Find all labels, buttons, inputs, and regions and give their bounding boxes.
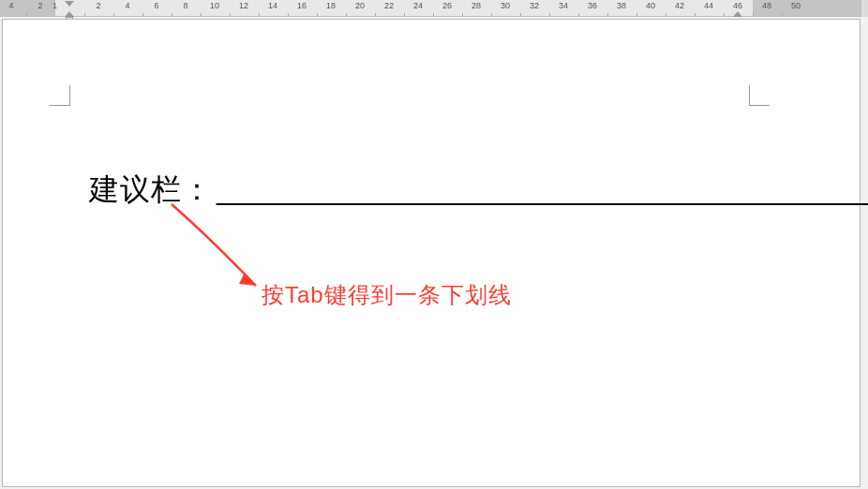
ruler-tick: 2 bbox=[96, 2, 100, 10]
ruler-tick: 30 bbox=[501, 2, 510, 10]
ruler-tick: 4 bbox=[125, 2, 129, 10]
right-indent-marker[interactable] bbox=[733, 11, 742, 17]
scroll-corner bbox=[861, 0, 868, 17]
ruler-tick: 48 bbox=[762, 2, 771, 10]
ruler-tick: 32 bbox=[530, 2, 539, 10]
ruler-tick: 4 bbox=[8, 2, 13, 10]
ruler-tick: 28 bbox=[471, 2, 481, 10]
ruler-tick: 44 bbox=[704, 2, 713, 10]
annotation-text: 按Tab键得到一条下划线 bbox=[262, 280, 512, 310]
document-page[interactable]: 建议栏： ___________________________________… bbox=[2, 19, 861, 487]
svg-marker-0 bbox=[239, 273, 256, 286]
ruler-tick: 16 bbox=[297, 2, 307, 10]
ruler-tick: 24 bbox=[413, 2, 423, 10]
ruler-tick: 46 bbox=[733, 2, 742, 10]
ruler-tick: 50 bbox=[791, 2, 801, 10]
ruler-tick: 42 bbox=[675, 2, 684, 10]
horizontal-ruler[interactable]: 4212468101214161820222426283032343638404… bbox=[0, 0, 868, 17]
ruler-tick: 10 bbox=[210, 2, 219, 10]
margin-corner-top-right bbox=[749, 85, 770, 106]
ruler-tick: 18 bbox=[326, 2, 336, 10]
ruler-tick: 20 bbox=[355, 2, 365, 10]
ruler-tick: 8 bbox=[183, 2, 187, 10]
ruler-tick: 22 bbox=[384, 2, 394, 10]
ruler-tick: 1 bbox=[52, 2, 57, 10]
ruler-tick: 14 bbox=[268, 2, 277, 10]
ruler-tick: 40 bbox=[646, 2, 655, 10]
ruler-tick: 6 bbox=[154, 2, 158, 10]
tab-underline: ________________________________________… bbox=[217, 172, 868, 207]
ruler-tick: 26 bbox=[442, 2, 452, 10]
ruler-track: 4212468101214161820222426283032343638404… bbox=[0, 0, 868, 16]
ruler-tick: 2 bbox=[37, 2, 42, 10]
margin-corner-top-left bbox=[50, 85, 70, 106]
ruler-tick: 12 bbox=[239, 2, 248, 10]
ruler-tick: 38 bbox=[617, 2, 626, 10]
ruler-tick: 34 bbox=[559, 2, 568, 10]
first-line-indent-marker[interactable] bbox=[65, 1, 74, 7]
ruler-tick: 36 bbox=[588, 2, 597, 10]
